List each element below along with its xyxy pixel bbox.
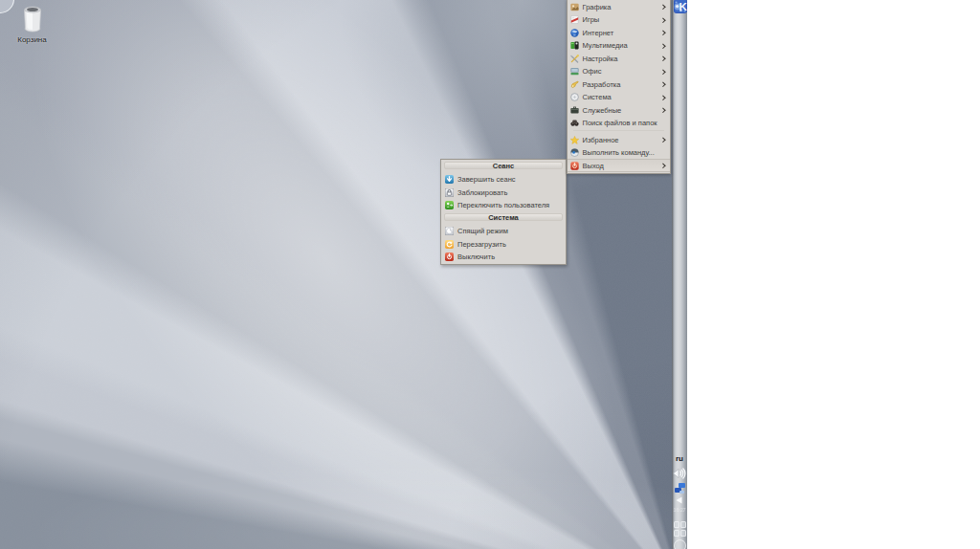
svg-text:K: K <box>679 1 687 12</box>
